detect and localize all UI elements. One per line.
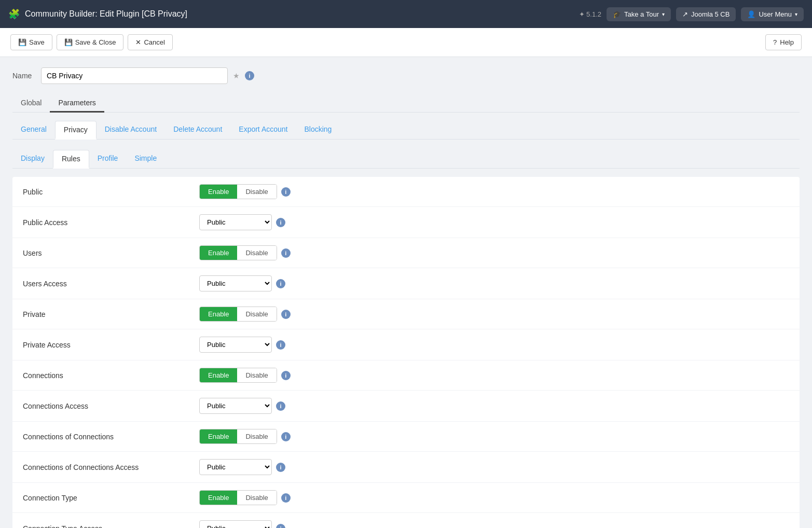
connection-type-access-info-icon[interactable]: i [276, 524, 285, 529]
connection-type-info-icon[interactable]: i [281, 493, 291, 503]
take-tour-button[interactable]: 🎓 Take a Tour ▾ [607, 7, 671, 21]
save-close-icon: 💾 [64, 38, 73, 46]
connection-type-access-label: Connection Type Access [23, 524, 199, 529]
form-row-connections-access: Connections Access PublicRegisteredSpeci… [12, 391, 800, 422]
users-toggle[interactable]: Enable Disable [199, 245, 277, 260]
tab-global[interactable]: Global [12, 94, 50, 113]
connections-access-select[interactable]: PublicRegisteredSpecial [199, 398, 272, 414]
connections-info-icon[interactable]: i [281, 371, 291, 380]
tab-profile[interactable]: Profile [89, 150, 127, 169]
connections-disable-btn[interactable]: Disable [237, 368, 276, 382]
public-access-select[interactable]: PublicRegisteredSpecial [199, 214, 272, 230]
connections-enable-btn[interactable]: Enable [200, 368, 237, 382]
coc-access-info-icon[interactable]: i [276, 463, 285, 472]
joomla-button[interactable]: ↗ Joomla 5 CB [676, 7, 736, 21]
connections-of-connections-control: Enable Disable i [199, 429, 291, 444]
user-menu-chevron-icon: ▾ [795, 11, 797, 17]
help-icon: ? [773, 38, 777, 46]
private-control: Enable Disable i [199, 307, 291, 322]
help-area: ? Help [765, 34, 802, 50]
private-disable-btn[interactable]: Disable [237, 307, 276, 321]
connection-type-disable-btn[interactable]: Disable [237, 491, 276, 505]
save-icon: 💾 [18, 38, 26, 46]
tab-export-account[interactable]: Export Account [230, 121, 296, 140]
private-info-icon[interactable]: i [281, 310, 291, 319]
tab-simple[interactable]: Simple [126, 150, 165, 169]
connections-access-info-icon[interactable]: i [276, 401, 285, 411]
connections-access-label: Connections Access [23, 402, 199, 410]
tab-delete-account[interactable]: Delete Account [165, 121, 230, 140]
tabs-level3: Display Rules Profile Simple [12, 150, 800, 169]
help-button[interactable]: ? Help [765, 34, 802, 50]
form-row-users: Users Enable Disable i [12, 238, 800, 268]
tabs-level1: Global Parameters [12, 94, 800, 113]
form-row-public-access: Public Access PublicRegisteredSpecial i [12, 207, 800, 238]
cancel-button[interactable]: ✕ Cancel [128, 34, 172, 50]
users-info-icon[interactable]: i [281, 248, 291, 258]
connections-of-connections-toggle[interactable]: Enable Disable [199, 429, 277, 444]
form-row-coc-access: Connections of Connections Access Public… [12, 452, 800, 483]
users-label: Users [23, 249, 199, 257]
name-info-icon[interactable]: i [245, 71, 254, 80]
tab-blocking[interactable]: Blocking [296, 121, 340, 140]
navbar-left: 🧩 Community Builder: Edit Plugin [CB Pri… [8, 8, 187, 20]
connections-toggle[interactable]: Enable Disable [199, 368, 277, 383]
public-access-label: Public Access [23, 218, 199, 227]
star-icon[interactable]: ★ [233, 72, 240, 80]
private-label: Private [23, 310, 199, 318]
navbar: 🧩 Community Builder: Edit Plugin [CB Pri… [0, 0, 812, 28]
navbar-title: Community Builder: Edit Plugin [CB Priva… [25, 9, 187, 19]
tab-general[interactable]: General [12, 121, 55, 140]
public-toggle[interactable]: Enable Disable [199, 184, 277, 199]
users-disable-btn[interactable]: Disable [237, 246, 276, 260]
tab-privacy[interactable]: Privacy [55, 121, 97, 140]
name-input[interactable] [41, 67, 228, 84]
connection-type-label: Connection Type [23, 494, 199, 502]
connections-control: Enable Disable i [199, 368, 291, 383]
tour-chevron-icon: ▾ [662, 11, 665, 17]
coc-access-select[interactable]: PublicRegisteredSpecial [199, 459, 272, 475]
private-access-info-icon[interactable]: i [276, 340, 285, 350]
toolbar-buttons: 💾 Save 💾 Save & Close ✕ Cancel [10, 34, 173, 50]
public-access-info-icon[interactable]: i [276, 218, 285, 227]
connection-type-access-select[interactable]: PublicRegisteredSpecial [199, 520, 272, 528]
tabs-level2: General Privacy Disable Account Delete A… [12, 121, 800, 140]
coc-enable-btn[interactable]: Enable [200, 429, 237, 443]
cancel-icon: ✕ [135, 38, 141, 46]
save-close-button[interactable]: 💾 Save & Close [57, 34, 124, 50]
public-info-icon[interactable]: i [281, 187, 291, 197]
users-access-select[interactable]: PublicRegisteredSpecial [199, 275, 272, 291]
name-row: Name ★ i [12, 67, 800, 84]
name-label: Name [12, 72, 36, 80]
external-link-icon: ↗ [682, 10, 688, 18]
main-content: Name ★ i Global Parameters General Priva… [0, 57, 812, 528]
private-toggle[interactable]: Enable Disable [199, 307, 277, 322]
private-access-select[interactable]: PublicRegisteredSpecial [199, 337, 272, 353]
users-access-control: PublicRegisteredSpecial i [199, 275, 285, 291]
form-row-connection-type: Connection Type Enable Disable i [12, 483, 800, 513]
public-enable-btn[interactable]: Enable [200, 185, 237, 199]
user-icon: 👤 [747, 10, 755, 18]
form-row-connection-type-access: Connection Type Access PublicRegisteredS… [12, 513, 800, 528]
connection-type-toggle[interactable]: Enable Disable [199, 490, 277, 505]
connection-type-control: Enable Disable i [199, 490, 291, 505]
coc-info-icon[interactable]: i [281, 432, 291, 441]
tab-disable-account[interactable]: Disable Account [97, 121, 165, 140]
save-button[interactable]: 💾 Save [10, 34, 52, 50]
users-access-info-icon[interactable]: i [276, 279, 285, 288]
private-enable-btn[interactable]: Enable [200, 307, 237, 321]
tab-parameters[interactable]: Parameters [50, 94, 104, 113]
private-access-label: Private Access [23, 341, 199, 349]
tab-rules[interactable]: Rules [53, 150, 89, 169]
users-enable-btn[interactable]: Enable [200, 246, 237, 260]
coc-disable-btn[interactable]: Disable [237, 429, 276, 443]
public-disable-btn[interactable]: Disable [237, 185, 276, 199]
private-access-control: PublicRegisteredSpecial i [199, 337, 285, 353]
tour-icon: 🎓 [613, 10, 621, 18]
user-menu-button[interactable]: 👤 User Menu ▾ [741, 7, 804, 21]
connection-type-enable-btn[interactable]: Enable [200, 491, 237, 505]
tab-display[interactable]: Display [12, 150, 53, 169]
toolbar: 💾 Save 💾 Save & Close ✕ Cancel ? Help [0, 28, 812, 57]
form-row-connections-of-connections: Connections of Connections Enable Disabl… [12, 422, 800, 452]
puzzle-icon: 🧩 [8, 8, 20, 20]
